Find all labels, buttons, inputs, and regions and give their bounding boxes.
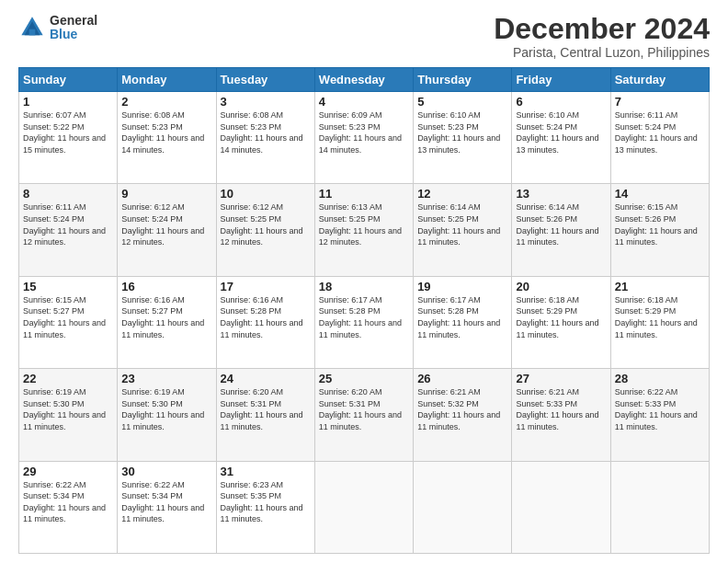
day-1: 1 Sunrise: 6:07 AMSunset: 5:22 PMDayligh… xyxy=(19,92,118,184)
day-27: 27 Sunrise: 6:21 AMSunset: 5:33 PMDaylig… xyxy=(512,369,610,461)
day-11: 11 Sunrise: 6:13 AMSunset: 5:25 PMDaylig… xyxy=(314,184,413,276)
day-15: 15 Sunrise: 6:15 AMSunset: 5:27 PMDaylig… xyxy=(19,276,118,368)
day-23: 23 Sunrise: 6:19 AMSunset: 5:30 PMDaylig… xyxy=(118,369,216,461)
title-section: December 2024 Parista, Central Luzon, Ph… xyxy=(494,14,710,60)
day-26: 26 Sunrise: 6:21 AMSunset: 5:32 PMDaylig… xyxy=(414,369,512,461)
day-18: 18 Sunrise: 6:17 AMSunset: 5:28 PMDaylig… xyxy=(314,276,413,368)
day-4: 4 Sunrise: 6:09 AMSunset: 5:23 PMDayligh… xyxy=(314,92,413,184)
calendar-week-4: 22 Sunrise: 6:19 AMSunset: 5:30 PMDaylig… xyxy=(19,369,710,461)
month-title: December 2024 xyxy=(494,14,710,43)
header-sunday: Sunday xyxy=(19,68,118,92)
day-30: 30 Sunrise: 6:22 AMSunset: 5:34 PMDaylig… xyxy=(118,461,216,553)
day-16: 16 Sunrise: 6:16 AMSunset: 5:27 PMDaylig… xyxy=(118,276,216,368)
day-21: 21 Sunrise: 6:18 AMSunset: 5:29 PMDaylig… xyxy=(610,276,709,368)
logo-icon xyxy=(18,14,46,41)
logo-blue-text: Blue xyxy=(50,28,97,41)
day-19: 19 Sunrise: 6:17 AMSunset: 5:28 PMDaylig… xyxy=(414,276,512,368)
day-22: 22 Sunrise: 6:19 AMSunset: 5:30 PMDaylig… xyxy=(19,369,118,461)
header-monday: Monday xyxy=(118,68,216,92)
day-3: 3 Sunrise: 6:08 AMSunset: 5:23 PMDayligh… xyxy=(216,92,314,184)
empty-1 xyxy=(314,461,413,553)
calendar-header-row: Sunday Monday Tuesday Wednesday Thursday… xyxy=(19,68,710,92)
day-20: 20 Sunrise: 6:18 AMSunset: 5:29 PMDaylig… xyxy=(512,276,610,368)
page-header: General Blue December 2024 Parista, Cent… xyxy=(18,14,710,60)
day-24: 24 Sunrise: 6:20 AMSunset: 5:31 PMDaylig… xyxy=(216,369,314,461)
calendar-week-2: 8 Sunrise: 6:11 AMSunset: 5:24 PMDayligh… xyxy=(19,184,710,276)
day-25: 25 Sunrise: 6:20 AMSunset: 5:31 PMDaylig… xyxy=(314,369,413,461)
day-7: 7 Sunrise: 6:11 AMSunset: 5:24 PMDayligh… xyxy=(610,92,709,184)
day-5: 5 Sunrise: 6:10 AMSunset: 5:23 PMDayligh… xyxy=(414,92,512,184)
day-13: 13 Sunrise: 6:14 AMSunset: 5:26 PMDaylig… xyxy=(512,184,610,276)
header-friday: Friday xyxy=(512,68,610,92)
day-6: 6 Sunrise: 6:10 AMSunset: 5:24 PMDayligh… xyxy=(512,92,610,184)
location: Parista, Central Luzon, Philippines xyxy=(494,45,710,60)
day-17: 17 Sunrise: 6:16 AMSunset: 5:28 PMDaylig… xyxy=(216,276,314,368)
day-29: 29 Sunrise: 6:22 AMSunset: 5:34 PMDaylig… xyxy=(19,461,118,553)
empty-3 xyxy=(512,461,610,553)
header-thursday: Thursday xyxy=(414,68,512,92)
day-28: 28 Sunrise: 6:22 AMSunset: 5:33 PMDaylig… xyxy=(610,369,709,461)
day-8: 8 Sunrise: 6:11 AMSunset: 5:24 PMDayligh… xyxy=(19,184,118,276)
day-10: 10 Sunrise: 6:12 AMSunset: 5:25 PMDaylig… xyxy=(216,184,314,276)
day-9: 9 Sunrise: 6:12 AMSunset: 5:24 PMDayligh… xyxy=(118,184,216,276)
day-12: 12 Sunrise: 6:14 AMSunset: 5:25 PMDaylig… xyxy=(414,184,512,276)
header-wednesday: Wednesday xyxy=(314,68,413,92)
empty-4 xyxy=(610,461,709,553)
logo-general-text: General xyxy=(50,14,97,28)
day-2: 2 Sunrise: 6:08 AMSunset: 5:23 PMDayligh… xyxy=(118,92,216,184)
day-31: 31 Sunrise: 6:23 AMSunset: 5:35 PMDaylig… xyxy=(216,461,314,553)
header-tuesday: Tuesday xyxy=(216,68,314,92)
calendar-week-1: 1 Sunrise: 6:07 AMSunset: 5:22 PMDayligh… xyxy=(19,92,710,184)
empty-2 xyxy=(414,461,512,553)
calendar-week-3: 15 Sunrise: 6:15 AMSunset: 5:27 PMDaylig… xyxy=(19,276,710,368)
calendar-table: Sunday Monday Tuesday Wednesday Thursday… xyxy=(18,67,710,554)
calendar-week-5: 29 Sunrise: 6:22 AMSunset: 5:34 PMDaylig… xyxy=(19,461,710,553)
logo: General Blue xyxy=(18,14,97,42)
header-saturday: Saturday xyxy=(610,68,709,92)
svg-rect-2 xyxy=(29,29,36,36)
day-14: 14 Sunrise: 6:15 AMSunset: 5:26 PMDaylig… xyxy=(610,184,709,276)
